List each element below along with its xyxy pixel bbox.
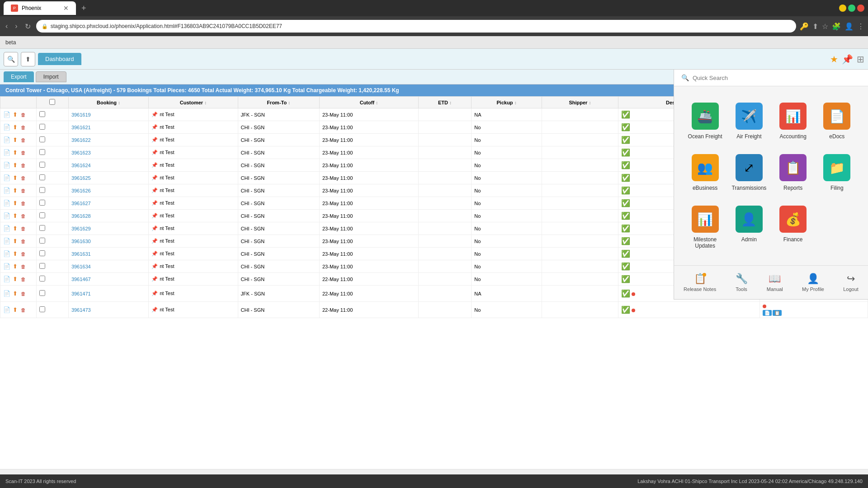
horizontal-scrollbar[interactable]	[0, 469, 868, 474]
booking-link[interactable]: 3961629	[71, 226, 91, 231]
upload-row-button[interactable]: ⬆	[11, 290, 19, 297]
star-icon[interactable]: ☆	[822, 22, 828, 31]
booking-link[interactable]: 3961471	[71, 291, 91, 296]
dashboard-tab[interactable]: Dashboard	[38, 53, 81, 65]
delete-button[interactable]: 🗑	[19, 149, 27, 156]
delete-button[interactable]: 🗑	[19, 225, 27, 232]
menu-item-milestone-updates[interactable]: 📊 Milestone Updates	[683, 198, 727, 256]
row-checkbox-cell[interactable]	[37, 248, 69, 260]
upload-row-button[interactable]: ⬆	[11, 225, 19, 232]
delete-button[interactable]: 🗑	[19, 250, 27, 258]
row-checkbox[interactable]	[39, 212, 45, 218]
bottom-nav-my-profile[interactable]: 👤 My Profile	[795, 270, 831, 295]
row-checkbox[interactable]	[39, 200, 45, 206]
upload-row-button[interactable]: ⬆	[11, 162, 19, 169]
col-etd[interactable]: ETD ↕	[418, 97, 471, 108]
booking-link[interactable]: 3961467	[71, 277, 91, 282]
menu-item-ocean-freight[interactable]: 🚢 Ocean Freight	[683, 95, 727, 147]
row-checkbox-cell[interactable]	[37, 172, 69, 184]
row-checkbox[interactable]	[39, 187, 45, 193]
grid-toolbar-icon[interactable]: ⊞	[857, 54, 864, 65]
extensions-icon[interactable]: 🧩	[832, 22, 841, 31]
delete-button[interactable]: 🗑	[19, 174, 27, 182]
row-checkbox[interactable]	[39, 238, 45, 244]
row-checkbox[interactable]	[39, 250, 45, 256]
profile-icon[interactable]: 👤	[844, 22, 854, 31]
menu-item-admin[interactable]: 👤 Admin	[727, 198, 771, 256]
tab-close-button[interactable]: ✕	[63, 5, 69, 12]
maximize-button[interactable]	[848, 5, 855, 12]
row-checkbox[interactable]	[39, 124, 45, 130]
col-cutoff[interactable]: Cutoff ↕	[320, 97, 419, 108]
doc-btn2[interactable]: 📋	[773, 310, 782, 316]
minimize-button[interactable]	[839, 5, 846, 12]
share-icon[interactable]: ⬆	[812, 22, 818, 31]
delete-button[interactable]: 🗑	[19, 276, 27, 283]
col-customer[interactable]: Customer ↕	[149, 97, 238, 108]
upload-button[interactable]: ⬆	[21, 52, 35, 66]
booking-link[interactable]: 3961623	[71, 150, 91, 155]
col-shipper[interactable]: Shipper ↕	[542, 97, 618, 108]
booking-link[interactable]: 3961473	[71, 307, 91, 313]
delete-button[interactable]: 🗑	[19, 200, 27, 207]
new-tab-button[interactable]: +	[80, 2, 88, 15]
pdf-button[interactable]: 📄	[3, 225, 10, 232]
reload-button[interactable]: ↻	[23, 20, 33, 33]
bottom-nav-release-notes[interactable]: 📋 Release Notes	[676, 270, 723, 295]
address-bar[interactable]: 🔒 staging.shipco.phxcloud.io/phoenix/App…	[36, 20, 796, 33]
booking-link[interactable]: 3961626	[71, 188, 91, 193]
row-checkbox-cell[interactable]	[37, 184, 69, 197]
booking-link[interactable]: 3961631	[71, 251, 91, 257]
row-checkbox-cell[interactable]	[37, 260, 69, 273]
row-checkbox-cell[interactable]	[37, 159, 69, 172]
search-button[interactable]: 🔍	[4, 52, 18, 66]
row-checkbox[interactable]	[39, 162, 45, 168]
upload-row-button[interactable]: ⬆	[11, 276, 19, 283]
upload-row-button[interactable]: ⬆	[11, 111, 19, 118]
pdf-button[interactable]: 📄	[3, 276, 10, 283]
pdf-button[interactable]: 📄	[3, 212, 10, 220]
col-from-to[interactable]: From-To ↕	[238, 97, 319, 108]
doc-btn1[interactable]: 📄	[763, 310, 772, 316]
back-button[interactable]: ‹	[4, 20, 9, 32]
row-checkbox[interactable]	[39, 225, 45, 231]
quick-search-input[interactable]	[693, 75, 861, 81]
booking-link[interactable]: 3961624	[71, 163, 91, 168]
col-pickup[interactable]: Pickup ↕	[472, 97, 542, 108]
row-checkbox[interactable]	[39, 263, 45, 269]
pdf-button[interactable]: 📄	[3, 124, 10, 131]
upload-row-button[interactable]: ⬆	[11, 263, 19, 270]
menu-item-air-freight[interactable]: ✈️ Air Freight	[727, 95, 771, 147]
row-checkbox-cell[interactable]	[37, 302, 69, 318]
row-checkbox[interactable]	[39, 290, 45, 296]
pdf-button[interactable]: 📄	[3, 149, 10, 156]
pin-toolbar-icon[interactable]: 📌	[842, 54, 853, 65]
upload-row-button[interactable]: ⬆	[11, 200, 19, 207]
menu-item-transmissions[interactable]: ⤢ Transmissions	[727, 147, 771, 198]
booking-link[interactable]: 3961634	[71, 264, 91, 269]
delete-button[interactable]: 🗑	[19, 136, 27, 144]
row-checkbox[interactable]	[39, 111, 45, 117]
pdf-button[interactable]: 📄	[3, 111, 10, 118]
menu-item-ebusiness[interactable]: 👥 eBusiness	[683, 147, 727, 198]
delete-button[interactable]: 🗑	[19, 263, 27, 270]
select-all-checkbox[interactable]	[49, 99, 55, 105]
booking-link[interactable]: 3961625	[71, 175, 91, 181]
row-checkbox[interactable]	[39, 174, 45, 180]
delete-button[interactable]: 🗑	[19, 187, 27, 194]
pdf-button[interactable]: 📄	[3, 306, 10, 314]
booking-link[interactable]: 3961621	[71, 125, 91, 130]
more-icon[interactable]: ⋮	[857, 22, 864, 31]
upload-row-button[interactable]: ⬆	[11, 187, 19, 194]
pdf-button[interactable]: 📄	[3, 250, 10, 258]
upload-row-button[interactable]: ⬆	[11, 149, 19, 156]
upload-row-button[interactable]: ⬆	[11, 136, 19, 144]
delete-button[interactable]: 🗑	[19, 124, 27, 131]
pdf-button[interactable]: 📄	[3, 136, 10, 144]
row-checkbox[interactable]	[39, 306, 45, 312]
upload-row-button[interactable]: ⬆	[11, 306, 19, 314]
row-checkbox-cell[interactable]	[37, 273, 69, 286]
booking-link[interactable]: 3961619	[71, 112, 91, 117]
bottom-nav-manual[interactable]: 📖 Manual	[760, 270, 790, 295]
col-booking[interactable]: Booking ↕	[68, 97, 148, 108]
